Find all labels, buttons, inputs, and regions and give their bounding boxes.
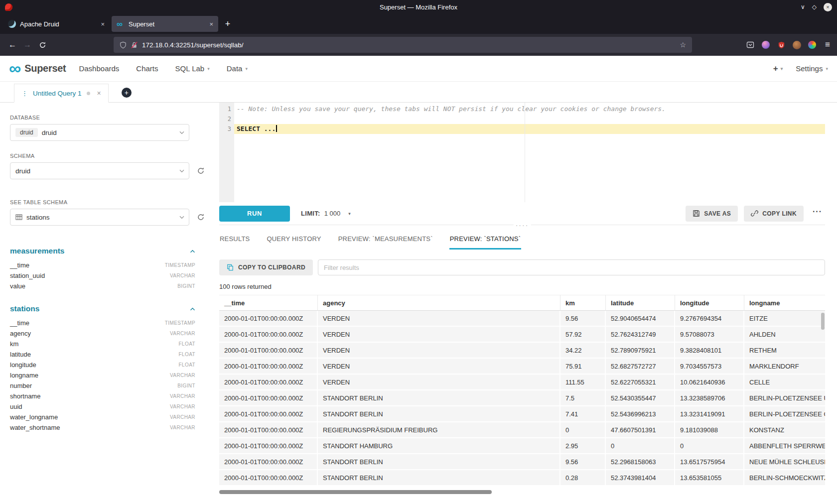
- column-header-latitude[interactable]: latitude: [606, 295, 675, 311]
- forward-button[interactable]: →: [20, 37, 35, 52]
- chevron-up-icon[interactable]: [190, 307, 195, 311]
- query-state-dot: [87, 92, 90, 95]
- browser-extension-icons: ≡: [746, 40, 832, 49]
- cell-km: 9.56: [560, 311, 606, 327]
- cell-time: 2000-01-01T00:00:00.000Z: [219, 375, 318, 390]
- cell-km: 34.22: [560, 343, 606, 359]
- column-header-longname[interactable]: longname: [744, 295, 825, 311]
- column-item: shortname VARCHAR: [10, 391, 205, 401]
- new-tab-button[interactable]: +: [220, 16, 235, 31]
- column-header-time[interactable]: __time: [219, 295, 318, 311]
- superset-logo[interactable]: ∞ Superset: [9, 62, 66, 75]
- nav-dashboards[interactable]: Dashboards: [79, 64, 119, 73]
- table-row: 2000-01-01T00:00:00.000Z STANDORT BERLIN…: [219, 454, 825, 470]
- resize-handle[interactable]: ····: [514, 222, 531, 228]
- ublock-icon[interactable]: [777, 40, 786, 49]
- cell-km: 7.5: [560, 390, 606, 406]
- save-as-button[interactable]: SAVE AS: [686, 206, 738, 222]
- copy-link-button[interactable]: COPY LINK: [744, 206, 804, 222]
- window-shade-icon[interactable]: ∨: [801, 4, 805, 10]
- column-name: agency: [10, 330, 31, 337]
- add-query-tab-button[interactable]: +: [122, 88, 132, 98]
- column-header-km[interactable]: km: [560, 295, 606, 311]
- chevron-up-icon[interactable]: [190, 250, 195, 253]
- table-select[interactable]: stations: [10, 209, 189, 226]
- cell-latitude: 52.7624312749: [606, 327, 675, 343]
- cell-longname: ABBENFLETH SPERRWERK: [744, 438, 825, 454]
- table-name: measurements: [10, 247, 64, 255]
- pocket-icon[interactable]: [746, 40, 755, 49]
- cell-longitude: 0: [675, 438, 744, 454]
- menu-icon[interactable]: ≡: [823, 40, 832, 49]
- results-table-container: __time agency km latitude longitude long…: [219, 295, 825, 486]
- column-header-agency[interactable]: agency: [318, 295, 560, 311]
- print-margin-line: [525, 103, 525, 202]
- window-close-icon[interactable]: ×: [824, 3, 832, 11]
- extension-icon[interactable]: [792, 40, 801, 49]
- tab-close-icon[interactable]: ×: [101, 20, 105, 28]
- run-button[interactable]: RUN: [219, 206, 290, 222]
- filter-results-input[interactable]: [318, 259, 825, 275]
- refresh-tables-button[interactable]: [196, 213, 205, 222]
- drag-grip-icon: ⋮: [21, 90, 28, 97]
- tab-preview-measurements[interactable]: PREVIEW: `MEASUREMENTS`: [338, 232, 433, 250]
- results-table-body: 2000-01-01T00:00:00.000Z VERDEN 9.56 52.…: [219, 311, 825, 486]
- cell-longname: CELLE: [744, 375, 825, 390]
- plus-icon: +: [773, 64, 778, 74]
- nav-sql-lab-label: SQL Lab: [175, 64, 205, 73]
- cell-time: 2000-01-01T00:00:00.000Z: [219, 359, 318, 375]
- horizontal-scrollbar-thumb[interactable]: [219, 490, 492, 494]
- cell-agency: STANDORT BERLIN: [318, 454, 560, 470]
- nav-data[interactable]: Data ▾: [227, 64, 248, 73]
- nav-settings[interactable]: Settings ▾: [796, 64, 828, 73]
- cell-longname: BERLIN-PLOETZENSEE UP: [744, 390, 825, 406]
- query-tab-untitled-query-1[interactable]: ⋮ Untitled Query 1 ×: [14, 84, 109, 103]
- limit-dropdown[interactable]: LIMIT: 1 000 ▾: [301, 210, 351, 217]
- browser-tab-superset[interactable]: ∞ Superset ×: [112, 16, 218, 32]
- tab-preview-stations[interactable]: PREVIEW: `STATIONS`: [449, 232, 521, 250]
- column-header-longitude[interactable]: longitude: [675, 295, 744, 311]
- colorful-extension-icon[interactable]: [808, 40, 817, 49]
- column-name: number: [10, 382, 32, 389]
- table-row: 2000-01-01T00:00:00.000Z VERDEN 9.56 52.…: [219, 311, 825, 327]
- schema-select[interactable]: druid: [10, 162, 189, 179]
- new-item-button[interactable]: + ▾: [773, 64, 783, 74]
- column-item: water_longname VARCHAR: [10, 412, 205, 422]
- line-number: 2: [219, 114, 231, 124]
- url-input[interactable]: 172.18.0.4:32251/superset/sqllab/ ☆: [114, 37, 692, 53]
- back-button[interactable]: ←: [5, 37, 20, 52]
- table-row: 2000-01-01T00:00:00.000Z STANDORT BERLIN…: [219, 470, 825, 486]
- column-item: agency VARCHAR: [10, 328, 205, 339]
- caret-down-icon: ▾: [207, 66, 210, 71]
- editor-code-area[interactable]: -- Note: Unless you save your query, the…: [234, 103, 825, 202]
- column-item: km FLOAT: [10, 339, 205, 349]
- schema-label: SCHEMA: [10, 153, 205, 159]
- account-icon[interactable]: [761, 40, 770, 49]
- cell-longitude: 9.57088073: [675, 327, 744, 343]
- browser-tab-apache-druid[interactable]: Apache Druid ×: [3, 16, 110, 32]
- more-options-button[interactable]: ···: [810, 207, 825, 220]
- bookmark-star-icon[interactable]: ☆: [680, 41, 686, 49]
- window-controls: ∨ ◇ ×: [801, 3, 832, 11]
- table-section-header[interactable]: measurements: [10, 247, 205, 255]
- insecure-lock-icon[interactable]: [131, 41, 138, 49]
- cell-longitude: 9.181039088: [675, 422, 744, 438]
- refresh-schema-button[interactable]: [196, 166, 205, 175]
- table-row: 2000-01-01T00:00:00.000Z VERDEN 57.92 52…: [219, 327, 825, 343]
- copy-icon: [227, 264, 234, 271]
- query-tab-close-icon[interactable]: ×: [97, 89, 101, 97]
- reload-button[interactable]: [35, 37, 50, 52]
- table-section-header[interactable]: stations: [10, 304, 205, 313]
- editor-gutter: 1 2 3: [219, 103, 234, 202]
- nav-charts[interactable]: Charts: [136, 64, 158, 73]
- sql-editor[interactable]: 1 2 3 -- Note: Unless you save your quer…: [219, 103, 825, 202]
- nav-sql-lab[interactable]: SQL Lab ▾: [175, 64, 210, 73]
- column-type: FLOAT: [179, 352, 195, 357]
- tab-results[interactable]: RESULTS: [219, 232, 250, 250]
- tab-query-history[interactable]: QUERY HISTORY: [266, 232, 321, 250]
- database-select[interactable]: druid druid: [10, 124, 189, 141]
- tab-close-icon[interactable]: ×: [209, 20, 213, 28]
- window-maximize-icon[interactable]: ◇: [812, 4, 817, 10]
- table-vertical-scrollbar[interactable]: [821, 313, 825, 330]
- copy-to-clipboard-button[interactable]: COPY TO CLIPBOARD: [219, 259, 313, 275]
